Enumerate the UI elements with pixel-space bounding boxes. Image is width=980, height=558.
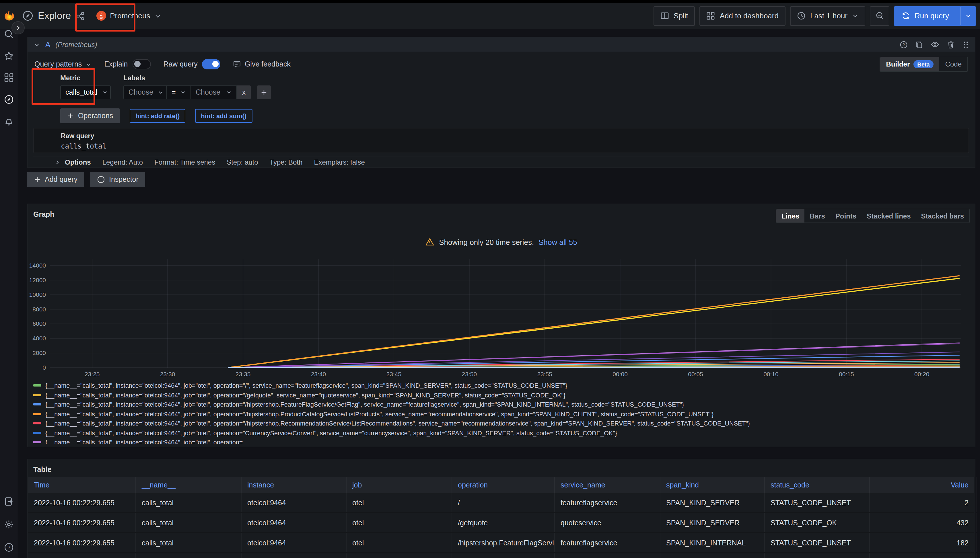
graph-panel-title: Graph (33, 210, 54, 218)
query-help-icon[interactable]: ? (899, 40, 908, 48)
page-title: Explore (38, 10, 71, 21)
chevron-right-icon (54, 159, 60, 165)
options-expander[interactable]: Options (54, 158, 91, 166)
x-axis-tick: 23:40 (311, 371, 326, 377)
add-label-filter-button[interactable] (257, 85, 271, 99)
sign-in-icon[interactable] (4, 497, 14, 506)
duplicate-query-icon[interactable] (915, 40, 923, 48)
explain-toggle[interactable] (132, 59, 151, 69)
run-query-caret[interactable] (960, 7, 975, 25)
code-mode-option[interactable]: Code (939, 57, 967, 71)
table-cell: otel (347, 513, 452, 532)
graph-style-lines[interactable]: Lines (776, 209, 805, 223)
column-header-servicename[interactable]: service_name (555, 477, 660, 493)
column-header-time[interactable]: Time (28, 477, 136, 493)
graph-style-bars[interactable]: Bars (804, 209, 830, 223)
hide-response-eye-icon[interactable] (931, 40, 939, 49)
label-value-select[interactable]: Choose (191, 85, 237, 99)
labels-group: Labels Choose = Choose (123, 74, 271, 99)
inspector-label: Inspector (109, 176, 138, 184)
zoom-out-button[interactable] (870, 6, 890, 26)
prometheus-icon (96, 11, 106, 21)
legend-swatch-icon[interactable] (33, 394, 41, 396)
label-operator-select[interactable]: = (167, 85, 191, 99)
legend-swatch-icon[interactable] (33, 413, 41, 415)
operations-button[interactable]: Operations (60, 108, 120, 123)
time-range-picker[interactable]: Last 1 hour (790, 6, 865, 26)
alerting-bell-icon[interactable] (4, 117, 14, 126)
y-axis-tick: 4000 (33, 335, 46, 341)
column-header-operation[interactable]: operation (452, 477, 555, 493)
label-key-select[interactable]: Choose (123, 85, 167, 99)
x-axis-tick: 23:30 (160, 371, 175, 377)
builder-mode-option[interactable]: Builder Beta (880, 57, 939, 71)
query-toolbar: Query patterns Explain Raw query Give fe… (28, 52, 975, 72)
x-axis-tick: 23:25 (85, 371, 100, 377)
remove-label-filter-button[interactable]: x (237, 85, 251, 99)
drag-handle-icon[interactable] (962, 40, 969, 48)
legend-series-label[interactable]: {__name__="calls_total", instance="otelc… (45, 438, 243, 444)
legend-series-label[interactable]: {__name__="calls_total", instance="otelc… (45, 381, 567, 390)
run-query-button[interactable]: Run query (894, 6, 976, 26)
table-cell: featureflagservice (555, 493, 660, 512)
legend-series-label[interactable]: {__name__="calls_total", instance="otelc… (45, 400, 684, 409)
editor-mode-switch: Builder Beta Code (880, 57, 968, 72)
legend-item: {__name__="calls_total", instance="otelc… (33, 381, 972, 390)
column-header-statuscode[interactable]: status_code (765, 477, 870, 493)
column-header-job[interactable]: job (347, 477, 452, 493)
give-feedback-button[interactable]: Give feedback (233, 60, 291, 68)
legend-series-label[interactable]: {__name__="calls_total", instance="otelc… (45, 419, 750, 428)
query-row-header[interactable]: A (Prometheus) ? (28, 37, 975, 52)
legend-swatch-icon[interactable] (33, 422, 41, 425)
column-header-instance[interactable]: instance (242, 477, 347, 493)
header-actions: Split Add to dashboard Last 1 hour (653, 6, 980, 26)
builder-label: Builder (886, 60, 910, 68)
chevron-down-icon (102, 89, 108, 95)
inspector-button[interactable]: Inspector (90, 172, 145, 187)
query-patterns-button[interactable]: Query patterns (35, 60, 92, 68)
legend-series-label[interactable]: {__name__="calls_total", instance="otelc… (45, 390, 566, 400)
legend-swatch-icon[interactable] (33, 441, 41, 443)
collapse-chevron-icon[interactable] (33, 41, 40, 48)
add-query-button[interactable]: Add query (27, 172, 84, 187)
datasource-picker[interactable]: Prometheus (93, 6, 164, 26)
column-header-name[interactable]: __name__ (136, 477, 242, 493)
explore-title: Explore (22, 10, 85, 21)
add-to-dashboard-button[interactable]: Add to dashboard (700, 6, 786, 26)
grafana-logo[interactable] (0, 10, 18, 22)
sidebar-expand-button[interactable] (12, 21, 25, 34)
hint-add-rate-button[interactable]: hint: add rate() (130, 109, 185, 123)
column-header-spankind[interactable]: span_kind (660, 477, 765, 493)
labels-label: Labels (123, 74, 271, 82)
operations-row: Operations hint: add rate() hint: add su… (60, 108, 252, 123)
graph-style-stacked-lines[interactable]: Stacked lines (862, 209, 916, 223)
legend-swatch-icon[interactable] (33, 404, 41, 406)
legend-series-label[interactable]: {__name__="calls_total", instance="otelc… (45, 409, 714, 419)
hint-add-sum-button[interactable]: hint: add sum() (195, 109, 252, 123)
star-icon[interactable] (4, 51, 14, 61)
y-axis-tick: 8000 (33, 306, 46, 313)
table-cell: 621 (870, 553, 977, 558)
table-cell: otel (347, 533, 452, 552)
legend-series-label[interactable]: {__name__="calls_total", instance="otelc… (45, 428, 617, 438)
table-row: 2022-10-16 00:22:29.655calls_totalotelco… (28, 493, 974, 513)
time-series-chart[interactable]: 0200040006000800010000120001400023:2523:… (28, 253, 975, 381)
chevron-down-icon (226, 89, 232, 95)
svg-text:?: ? (903, 42, 905, 47)
graph-style-points[interactable]: Points (830, 209, 862, 223)
dashboards-icon[interactable] (4, 73, 14, 82)
table-cell: /hipstershop.FeatureFlagServi… (452, 533, 555, 552)
legend-swatch-icon[interactable] (33, 384, 41, 387)
settings-gear-icon[interactable] (4, 520, 14, 529)
remove-query-trash-icon[interactable] (947, 40, 955, 48)
legend-swatch-icon[interactable] (33, 432, 41, 434)
raw-query-toggle[interactable] (202, 59, 220, 69)
help-icon[interactable]: ? (4, 543, 14, 552)
share-icon[interactable] (76, 11, 85, 20)
graph-style-stacked-bars[interactable]: Stacked bars (916, 209, 969, 223)
explore-icon[interactable] (4, 95, 14, 104)
metric-select[interactable]: calls_total (60, 85, 111, 99)
split-button[interactable]: Split (653, 6, 695, 26)
column-header-value[interactable]: Value (870, 477, 977, 493)
show-all-series-link[interactable]: Show all 55 (538, 238, 577, 246)
